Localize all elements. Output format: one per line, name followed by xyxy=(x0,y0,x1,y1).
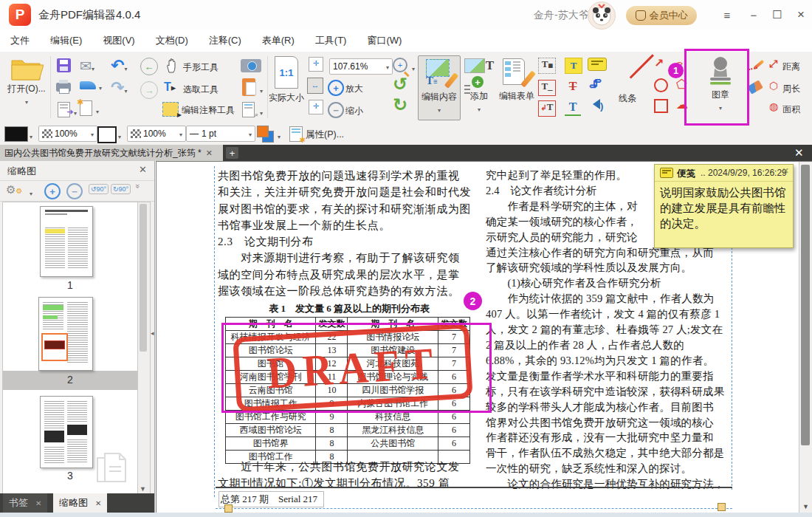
redo-button[interactable]: ↷ xyxy=(111,78,127,97)
stamp-dropdown-icon[interactable] xyxy=(719,101,722,112)
collapse-chevrons-icon[interactable]: » xyxy=(134,184,142,188)
line-tool-label[interactable]: 线条 xyxy=(619,92,636,105)
page-thumbnail-1[interactable] xyxy=(40,206,93,277)
add-dropdown-icon[interactable] xyxy=(478,103,481,114)
redo-dropdown-icon[interactable] xyxy=(124,78,127,97)
callout-tool-icon[interactable]: ↲T xyxy=(538,100,556,117)
stroke-color-dropdown-icon[interactable] xyxy=(30,130,32,141)
line-tool-button[interactable] xyxy=(617,59,644,86)
edit-annot-tool-label[interactable]: 编辑注释工具 xyxy=(182,104,235,117)
arrow-tool-icon[interactable]: ↗ xyxy=(654,56,664,70)
draft-stamp-annotation[interactable]: DRAFT xyxy=(233,323,473,412)
thumbnail-settings-dropdown-icon[interactable] xyxy=(30,187,32,198)
thumbnails-tab[interactable]: 缩略图 ✕ xyxy=(53,493,107,513)
sticky-note-tool-icon[interactable] xyxy=(588,58,607,71)
sound-tool-icon[interactable]: ) xyxy=(588,99,603,112)
paste-button[interactable] xyxy=(242,78,255,96)
bookmarks-tab[interactable]: 书签 ✕ xyxy=(3,493,47,513)
select-tool-label[interactable]: 选取工具 xyxy=(183,83,219,96)
doc-search-dropdown-icon[interactable] xyxy=(260,106,263,117)
properties-button[interactable]: 属性(P)... xyxy=(306,129,344,141)
email-dropdown-icon[interactable] xyxy=(92,58,94,74)
paste-dropdown-icon[interactable] xyxy=(260,84,263,95)
rotate-left-button[interactable]: ↺ xyxy=(393,74,407,95)
menu-item-5[interactable]: 表单(R) xyxy=(252,30,305,47)
hand-tool-button[interactable] xyxy=(164,58,180,74)
textbox-tool-icon[interactable]: T_ xyxy=(538,80,556,96)
hand-tool-label[interactable]: 手形工具 xyxy=(183,61,219,74)
open-button[interactable]: 打开(O)... xyxy=(6,55,47,106)
page-thumbnail-2[interactable] xyxy=(38,297,93,371)
line-width-select[interactable]: —1 pt xyxy=(186,126,255,142)
window-maximize-button[interactable]: ☐ xyxy=(768,6,787,24)
eraser-tool-icon[interactable] xyxy=(747,80,763,94)
strikethrough-text-icon[interactable]: T xyxy=(565,79,581,94)
rotate-right-90-icon[interactable]: ↻90° xyxy=(111,184,131,194)
edit-content-dropdown-icon[interactable] xyxy=(438,103,441,114)
fill-color-dropdown-icon[interactable] xyxy=(118,130,121,141)
distance-tool-label[interactable]: 距离 xyxy=(782,61,800,73)
rotate-left-90-icon[interactable]: ↺90° xyxy=(89,184,109,194)
menu-item-1[interactable]: 编辑(E) xyxy=(40,30,92,47)
menu-item-6[interactable]: 工具(T) xyxy=(305,30,357,47)
thumbnail-zoom-in-icon[interactable]: + xyxy=(44,183,61,199)
thumbnail-zoom-out-icon[interactable]: − xyxy=(66,183,83,199)
undo-dropdown-icon[interactable] xyxy=(124,56,127,75)
window-minimize-button[interactable]: − xyxy=(744,6,763,24)
selection-handle[interactable] xyxy=(718,503,726,511)
stamp-button[interactable]: 图章 xyxy=(697,55,744,120)
snapshot-button[interactable] xyxy=(241,59,261,72)
doc-search-button[interactable]: ⌕ xyxy=(242,102,255,117)
fit-page-icon[interactable]: ✛ xyxy=(309,57,323,72)
sidebar-scrollbar-thumb[interactable] xyxy=(140,204,147,352)
select-tool-button[interactable]: T▸ xyxy=(164,81,180,97)
go-back-button[interactable]: ← xyxy=(140,58,158,75)
note-body[interactable]: 说明国家鼓励公共图书馆的建立发展是具有前瞻性的决定。 xyxy=(655,182,793,234)
ellipse-tool-icon[interactable] xyxy=(654,78,668,92)
zoom-in-icon[interactable]: + xyxy=(328,80,344,96)
document-page[interactable]: 共图书馆免费开放的问题迅速得到学术界的重视和关注，关注并研究免费开放问题是社会和… xyxy=(156,161,812,513)
add-button[interactable]: T + 添加 xyxy=(462,55,496,119)
zoom-level-select[interactable]: 107.61% xyxy=(329,58,393,75)
link-tool-icon[interactable]: 🖇︎ xyxy=(589,77,602,92)
color-pair-dropdown-icon[interactable] xyxy=(278,130,281,141)
scan-button[interactable] xyxy=(80,81,96,89)
member-center-button[interactable]: 会员中心 xyxy=(626,6,697,25)
zoom-out-icon[interactable]: − xyxy=(328,102,344,118)
pencil-tool-icon[interactable] xyxy=(749,59,763,74)
fit-visible-icon[interactable]: ✛ xyxy=(309,100,323,114)
window-menu-button[interactable]: ≡ xyxy=(718,6,737,24)
thumbnail-settings-icon[interactable]: ⚙⚙ xyxy=(6,183,22,196)
menu-item-4[interactable]: 注释(C) xyxy=(199,30,252,47)
sidebar-scroll-down-icon[interactable]: ▼ xyxy=(140,485,146,493)
color-pair-swatch[interactable] xyxy=(257,126,273,141)
zoom-out-label[interactable]: 缩小 xyxy=(345,105,363,117)
stroke-color-swatch[interactable] xyxy=(4,126,28,142)
bookmarks-tab-close-icon[interactable]: ✕ xyxy=(35,499,41,507)
user-avatar[interactable] xyxy=(588,1,616,30)
save-button[interactable] xyxy=(55,57,72,73)
selection-handle[interactable] xyxy=(224,504,233,513)
underline-text-icon[interactable]: T xyxy=(565,100,581,116)
stroke-opacity-select[interactable]: 100% xyxy=(38,126,97,142)
new-doc-dropdown-icon[interactable] xyxy=(96,105,99,116)
menu-item-2[interactable]: 视图(V) xyxy=(92,30,145,47)
window-close-button[interactable]: × xyxy=(791,6,811,24)
fill-opacity-select[interactable]: 100% xyxy=(127,126,186,142)
page-thumbnail-3[interactable] xyxy=(40,396,93,468)
actual-size-icon[interactable]: 1:1 xyxy=(275,56,298,89)
thumbnails-tab-close-icon[interactable]: ✕ xyxy=(95,499,101,507)
email-button[interactable]: ✉ xyxy=(80,58,94,75)
highlight-text-icon[interactable]: T xyxy=(565,58,582,74)
fit-width-icon[interactable]: ↔ xyxy=(307,78,323,94)
menu-item-7[interactable]: 窗口(W) xyxy=(357,30,412,47)
scan-dropdown-icon[interactable] xyxy=(99,81,102,92)
undo-button[interactable]: ↶ xyxy=(111,56,127,75)
menu-item-3[interactable]: 文档(D) xyxy=(145,30,199,47)
new-tab-button[interactable]: + xyxy=(226,147,238,159)
open-dropdown-icon[interactable] xyxy=(25,95,28,106)
sidebar-scrollbar[interactable]: ▼ xyxy=(137,202,151,495)
magnifier-dropdown-icon[interactable] xyxy=(412,62,415,73)
document-tab[interactable]: 国内公共图书馆免费开放研究文献统计分析_张筠 * ✕ xyxy=(0,145,223,161)
area-tool-label[interactable]: 面积 xyxy=(782,103,800,116)
